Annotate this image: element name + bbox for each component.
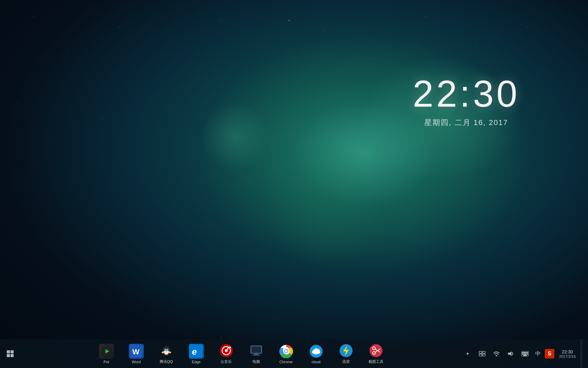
svg-rect-2: [7, 354, 10, 357]
app-chrome-label: Chrome: [279, 360, 293, 364]
svg-point-43: [370, 344, 382, 357]
svg-rect-0: [7, 350, 10, 353]
clock-date: 星期四, 二月 16, 2017: [413, 118, 520, 128]
svg-rect-49: [479, 351, 482, 353]
svg-rect-62: [527, 354, 528, 355]
tray-time-text: 22:30: [562, 349, 573, 354]
tray-expand-button[interactable]: [462, 348, 474, 360]
svg-rect-57: [524, 352, 525, 353]
svg-rect-51: [479, 354, 482, 356]
app-qq[interactable]: 腾讯QQ: [153, 340, 180, 367]
svg-marker-48: [467, 352, 469, 355]
svg-rect-61: [524, 354, 526, 355]
app-screenshot[interactable]: 截图工具: [362, 340, 390, 367]
svg-rect-52: [483, 354, 485, 356]
start-button[interactable]: [3, 347, 17, 361]
tray-keyboard-icon[interactable]: [519, 348, 531, 360]
app-pot-label: Pot: [103, 360, 109, 364]
svg-text:e: e: [192, 347, 197, 357]
svg-rect-3: [11, 354, 14, 357]
desktop: 22:30 星期四, 二月 16, 2017: [0, 0, 588, 368]
tray-clock[interactable]: 22:30 2017/2/16: [556, 339, 578, 368]
taskbar: Pot W Word: [0, 339, 588, 368]
svg-point-17: [167, 350, 168, 350]
app-pc-label: 电脑: [252, 359, 260, 364]
svg-point-53: [496, 355, 497, 356]
svg-point-40: [314, 348, 318, 352]
svg-point-18: [165, 351, 167, 352]
svg-rect-58: [525, 352, 526, 353]
taskbar-left: [0, 347, 20, 361]
svg-rect-30: [254, 354, 258, 355]
clock-area: 22:30 星期四, 二月 16, 2017: [413, 75, 520, 128]
app-edge[interactable]: e Edge: [183, 340, 210, 367]
app-pc[interactable]: 电脑: [243, 340, 270, 367]
svg-rect-63: [523, 355, 527, 356]
app-edge-label: Edge: [192, 360, 201, 364]
svg-rect-59: [527, 352, 528, 353]
tray-date-text: 2017/2/16: [559, 354, 576, 358]
svg-rect-60: [522, 354, 523, 355]
svg-point-16: [165, 350, 166, 350]
svg-text:W: W: [132, 348, 140, 356]
tray-sogou-icon[interactable]: S: [545, 349, 554, 358]
app-cloud[interactable]: cloud: [303, 340, 330, 367]
app-screenshot-label: 截图工具: [369, 359, 383, 364]
system-tray: 中 S 22:30 2017/2/16: [462, 339, 588, 368]
svg-point-35: [285, 350, 288, 353]
app-qq-label: 腾讯QQ: [160, 359, 173, 364]
clock-time: 22:30: [413, 75, 520, 112]
svg-rect-56: [522, 352, 523, 353]
app-music-label: 云音乐: [220, 359, 232, 364]
show-desktop-button[interactable]: [581, 339, 583, 368]
tray-lang-indicator[interactable]: 中: [533, 349, 543, 359]
app-word[interactable]: W Word: [123, 340, 150, 367]
app-chrome[interactable]: Chrome: [273, 340, 300, 367]
app-cloud-label: cloud: [311, 360, 320, 364]
tray-sogou-label: S: [548, 351, 552, 357]
tray-network-icon[interactable]: [490, 348, 503, 360]
app-thunder-label: 迅雷: [342, 359, 350, 364]
tray-taskview-icon[interactable]: [476, 348, 488, 360]
app-pot[interactable]: Pot: [93, 340, 120, 367]
app-music[interactable]: 云音乐: [213, 340, 240, 367]
svg-rect-50: [483, 351, 485, 353]
pinned-apps: Pot W Word: [20, 340, 462, 367]
svg-marker-54: [508, 351, 511, 356]
app-thunder[interactable]: 迅雷: [332, 340, 360, 367]
tray-lang-label: 中: [535, 350, 541, 357]
tray-volume-icon[interactable]: [505, 348, 517, 360]
svg-rect-29: [251, 347, 261, 353]
svg-rect-1: [11, 350, 14, 353]
svg-rect-31: [253, 355, 260, 355]
app-word-label: Word: [132, 360, 141, 364]
